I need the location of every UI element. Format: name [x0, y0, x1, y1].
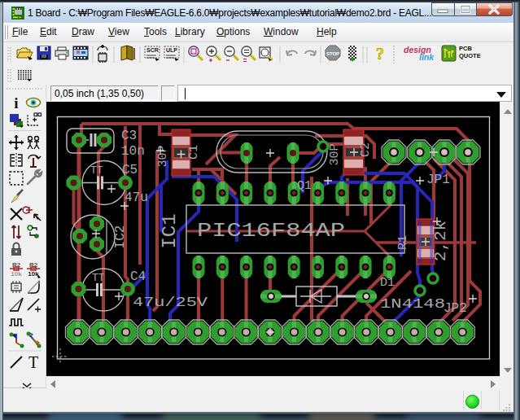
svg-text:C5: C5 — [122, 163, 138, 177]
svg-text:D1: D1 — [380, 276, 395, 290]
svg-text:47u/25V: 47u/25V — [133, 295, 208, 310]
svg-text:IC2: IC2 — [113, 225, 128, 249]
svg-text:i: i — [14, 94, 18, 112]
svg-text:?: ? — [376, 44, 385, 63]
svg-text:STOP: STOP — [326, 51, 339, 56]
svg-text:Q1: Q1 — [297, 179, 312, 193]
svg-text:T: T — [28, 353, 38, 371]
svg-text:TT: TT — [90, 164, 103, 177]
svg-text:TT: TT — [92, 272, 105, 284]
svg-text:2,2k: 2,2k — [431, 221, 450, 261]
svg-text:JP1: JP1 — [426, 173, 450, 187]
svg-text:10k: 10k — [11, 270, 22, 278]
svg-text:1N4148: 1N4148 — [380, 297, 445, 312]
svg-text:link: link — [419, 52, 435, 62]
svg-text:47u: 47u — [125, 190, 148, 205]
svg-text:C3: C3 — [121, 129, 137, 143]
svg-text:R1: R1 — [396, 235, 410, 250]
svg-text:ULP: ULP — [166, 47, 177, 53]
svg-text:PCB: PCB — [459, 45, 472, 52]
svg-text:C1: C1 — [187, 145, 201, 160]
svg-text:JP2: JP2 — [444, 301, 467, 316]
svg-text:10n: 10n — [121, 144, 145, 159]
svg-text:30P: 30P — [328, 143, 342, 165]
svg-text:30P: 30P — [156, 145, 170, 167]
svg-text:QUOTE: QUOTE — [459, 52, 481, 59]
svg-text:C4: C4 — [130, 269, 146, 284]
svg-text:10k: 10k — [28, 270, 39, 278]
svg-text:SCR: SCR — [146, 47, 159, 53]
svg-text:C2: C2 — [359, 142, 373, 157]
svg-text:PIC16F84AP: PIC16F84AP — [197, 220, 345, 242]
svg-text:IC1: IC1 — [159, 213, 181, 248]
